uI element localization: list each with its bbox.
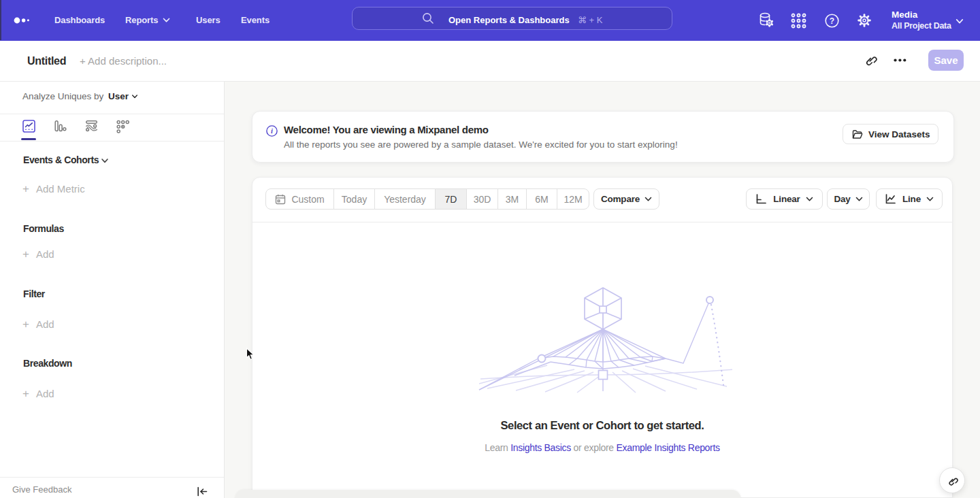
svg-text:?: ? [830,16,834,26]
svg-text:i: i [271,127,273,135]
